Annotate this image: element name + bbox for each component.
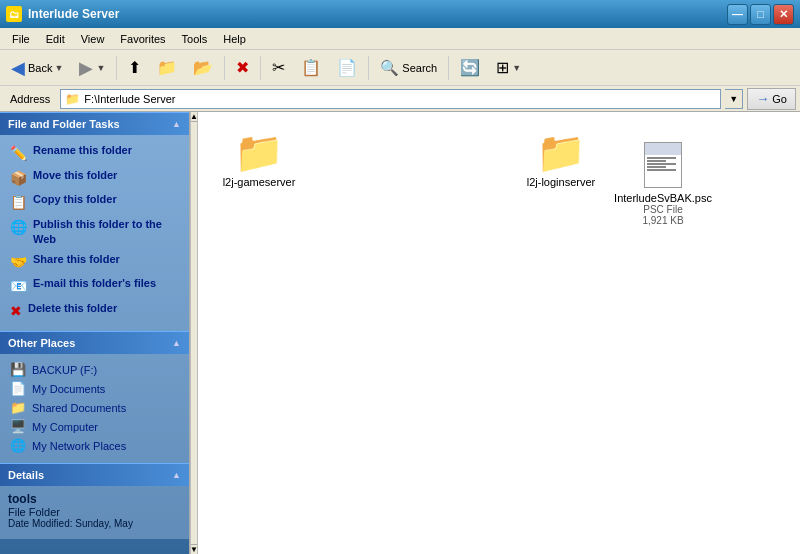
- main-area: File and Folder Tasks ▲ ✏️ Rename this f…: [0, 112, 800, 554]
- scroll-down-button[interactable]: ▼: [191, 544, 197, 554]
- other-places-label: Other Places: [8, 337, 75, 349]
- up-icon: ⬆: [128, 58, 141, 77]
- psc-line-4: [647, 166, 666, 168]
- back-dropdown-icon[interactable]: ▼: [54, 63, 63, 73]
- scroll-up-button[interactable]: ▲: [191, 112, 197, 122]
- psc-icon-header: [645, 143, 681, 155]
- details-label: Details: [8, 469, 44, 481]
- move-folder-icon: 📦: [10, 169, 27, 189]
- search-button[interactable]: 🔍 Search: [373, 54, 444, 82]
- publish-folder-task[interactable]: 🌐 Publish this folder to the Web: [0, 215, 189, 250]
- psc-line-3: [647, 163, 676, 165]
- folder-loginserver-label: l2j-loginserver: [527, 176, 595, 188]
- place-shared-documents[interactable]: 📁 Shared Documents: [0, 398, 189, 417]
- psc-line-1: [647, 157, 676, 159]
- address-dropdown-button[interactable]: ▼: [725, 89, 743, 109]
- forward-dropdown-icon[interactable]: ▼: [96, 63, 105, 73]
- content-area: 📁 l2j-gameserver 📁 l2j-loginserver In: [198, 112, 800, 554]
- menu-bar: File Edit View Favorites Tools Help: [0, 28, 800, 50]
- move-icon: 📂: [193, 58, 213, 77]
- other-places-chevron: ▲: [172, 338, 181, 348]
- place-my-documents[interactable]: 📄 My Documents: [0, 379, 189, 398]
- shared-docs-icon: 📁: [10, 400, 26, 415]
- details-chevron: ▲: [172, 470, 181, 480]
- minimize-button[interactable]: —: [727, 4, 748, 25]
- details-header[interactable]: Details ▲: [0, 463, 189, 486]
- folder-gameserver-icon: 📁: [234, 132, 284, 172]
- address-input[interactable]: [84, 93, 716, 105]
- refresh-icon: 🔄: [460, 58, 480, 77]
- file-folder-tasks-header[interactable]: File and Folder Tasks ▲: [0, 112, 189, 135]
- move-folder-task[interactable]: 📦 Move this folder: [0, 166, 189, 191]
- title-bar: 🗂 Interlude Server — □ ✕: [0, 0, 800, 28]
- go-label: Go: [772, 93, 787, 105]
- file-psc-size: 1,921 KB: [614, 215, 712, 226]
- my-network-icon: 🌐: [10, 438, 26, 453]
- address-label: Address: [4, 93, 56, 105]
- file-psc-info: InterludeSvBAK.psc PSC File 1,921 KB: [614, 192, 712, 226]
- maximize-button[interactable]: □: [750, 4, 771, 25]
- close-button[interactable]: ✕: [773, 4, 794, 25]
- rename-folder-task[interactable]: ✏️ Rename this folder: [0, 141, 189, 166]
- menu-edit[interactable]: Edit: [38, 31, 73, 47]
- publish-icon: 🌐: [10, 218, 27, 238]
- go-button[interactable]: → Go: [747, 88, 796, 110]
- menu-file[interactable]: File: [4, 31, 38, 47]
- back-button[interactable]: ◀ Back ▼: [4, 54, 70, 82]
- forward-button[interactable]: ▶ ▼: [72, 54, 112, 82]
- paste-button[interactable]: 📄: [330, 54, 364, 82]
- details-type: File Folder: [8, 506, 181, 518]
- app-icon: 🗂: [6, 6, 22, 22]
- view-icon: ⊞: [496, 58, 509, 77]
- search-label: Search: [402, 62, 437, 74]
- cut-button[interactable]: ✂: [265, 54, 292, 82]
- email-files-task[interactable]: 📧 E-mail this folder's files: [0, 274, 189, 299]
- file-item-psc[interactable]: InterludeSvBAK.psc PSC File 1,921 KB: [618, 138, 708, 230]
- menu-tools[interactable]: Tools: [174, 31, 216, 47]
- address-folder-icon: 📁: [65, 92, 80, 106]
- place-backup[interactable]: 💾 BACKUP (F:): [0, 360, 189, 379]
- menu-favorites[interactable]: Favorites: [112, 31, 173, 47]
- details-date: Date Modified: Sunday, May: [8, 518, 181, 529]
- place-my-network[interactable]: 🌐 My Network Places: [0, 436, 189, 455]
- toolbar: ◀ Back ▼ ▶ ▼ ⬆ 📁 📂 ✖ ✂ 📋 📄 🔍 Search 🔄: [0, 50, 800, 86]
- toolbar-separator-3: [260, 56, 261, 80]
- backup-drive-icon: 💾: [10, 362, 26, 377]
- window-controls: — □ ✕: [727, 4, 794, 25]
- file-psc-type: PSC File: [614, 204, 712, 215]
- copy-folder-icon: 📋: [10, 193, 27, 213]
- view-dropdown-icon[interactable]: ▼: [512, 63, 521, 73]
- address-bar: Address 📁 ▼ → Go: [0, 86, 800, 112]
- cut-icon: ✂: [272, 58, 285, 77]
- folder-item-loginserver[interactable]: 📁 l2j-loginserver: [516, 128, 606, 230]
- place-my-computer[interactable]: 🖥️ My Computer: [0, 417, 189, 436]
- folder-gameserver-label: l2j-gameserver: [223, 176, 296, 188]
- search-icon: 🔍: [380, 59, 399, 77]
- back-label: Back: [28, 62, 52, 74]
- share-folder-task[interactable]: 🤝 Share this folder: [0, 250, 189, 275]
- folder-button[interactable]: 📁: [150, 54, 184, 82]
- window-title: Interlude Server: [28, 7, 727, 21]
- menu-view[interactable]: View: [73, 31, 113, 47]
- delete-icon: ✖: [236, 58, 249, 77]
- folder-item-gameserver[interactable]: 📁 l2j-gameserver: [214, 128, 304, 230]
- copy-folder-task[interactable]: 📋 Copy this folder: [0, 190, 189, 215]
- my-documents-icon: 📄: [10, 381, 26, 396]
- go-arrow-icon: →: [756, 91, 769, 106]
- delete-folder-task[interactable]: ✖ Delete this folder: [0, 299, 189, 324]
- folder-loginserver-icon: 📁: [536, 132, 586, 172]
- details-title: tools: [8, 492, 181, 506]
- other-places-list: 💾 BACKUP (F:) 📄 My Documents 📁 Shared Do…: [0, 354, 189, 463]
- move-button[interactable]: 📂: [186, 54, 220, 82]
- copy-button[interactable]: 📋: [294, 54, 328, 82]
- file-folder-tasks-label: File and Folder Tasks: [8, 118, 120, 130]
- menu-help[interactable]: Help: [215, 31, 254, 47]
- scroll-divider: ▲ ▼: [190, 112, 198, 554]
- up-button[interactable]: ⬆: [121, 54, 148, 82]
- refresh-button[interactable]: 🔄: [453, 54, 487, 82]
- view-button[interactable]: ⊞ ▼: [489, 54, 528, 82]
- delete-button[interactable]: ✖: [229, 54, 256, 82]
- file-folder-tasks-list: ✏️ Rename this folder 📦 Move this folder…: [0, 135, 189, 331]
- other-places-header[interactable]: Other Places ▲: [0, 331, 189, 354]
- folder-icon: 📁: [157, 58, 177, 77]
